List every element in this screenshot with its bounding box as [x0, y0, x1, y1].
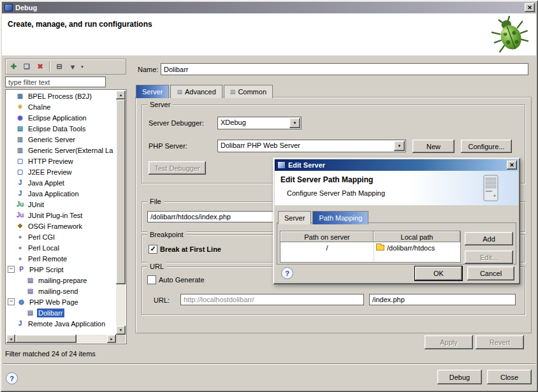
collapse-all-icon[interactable]: ⊟ — [54, 61, 65, 72]
table-row-path[interactable]: / — [280, 242, 374, 253]
new-configuration-icon[interactable]: ✚ — [8, 61, 19, 72]
window-title: Debug — [15, 4, 37, 11]
tree-item-label: Java Application — [27, 189, 80, 198]
tree-item-junit[interactable]: JuJUnit — [6, 199, 116, 210]
filter-icon[interactable]: ▼ — [67, 61, 78, 72]
php-server-combo[interactable]: Dolibarr PHP Web Server ▼ — [217, 140, 406, 152]
filter-input[interactable] — [5, 76, 106, 87]
tree-item-label: OSGi Framework — [27, 222, 84, 231]
remotejava-icon: J — [15, 320, 25, 327]
javaapp-icon: J — [15, 190, 25, 197]
phpfile-icon: ▤ — [25, 277, 35, 284]
chevron-down-icon[interactable]: ▼ — [289, 118, 300, 128]
scroll-left-button[interactable]: ◄ — [6, 335, 15, 343]
configure-server-button[interactable]: Configure... — [461, 140, 512, 153]
delete-configuration-icon[interactable]: ✖ — [34, 61, 46, 72]
configuration-tree: ▦BPEL Process (B2J)✳Chaîne◉Eclipse Appli… — [6, 91, 116, 335]
tab-icon: ▤ — [177, 89, 182, 95]
tree-item-perl-local[interactable]: ●Perl Local — [6, 242, 116, 253]
tree-item-http-preview[interactable]: ▢HTTP Preview — [6, 156, 116, 166]
tree-item-java-applet[interactable]: JJava Applet — [6, 177, 116, 188]
configurations-toolbar: ✚ ❏ ✖ ⊟ ▼ ▼ — [5, 59, 126, 75]
tree-item-php-script[interactable]: −PPHP Script — [6, 264, 116, 275]
tree-item-mailing-prepare[interactable]: ▤mailing-prepare — [6, 275, 116, 286]
auto-generate-checkbox[interactable] — [147, 275, 156, 284]
auto-generate-label: Auto Generate — [159, 276, 205, 284]
break-first-line-checkbox[interactable]: ✓ — [149, 245, 157, 254]
tab-advanced[interactable]: ▤ Advanced — [170, 85, 222, 98]
test-debugger-button[interactable]: Test Debugger — [149, 161, 206, 175]
horizontal-scroll-thumb[interactable] — [15, 335, 76, 343]
vertical-scroll-thumb[interactable] — [116, 99, 126, 284]
table-row-local[interactable]: /dolibarr/htdocs — [374, 242, 460, 253]
dialog-titlebar[interactable]: Edit Server ✕ — [275, 159, 518, 171]
tree-expand-handle[interactable]: − — [8, 298, 15, 305]
url-group-legend: URL — [147, 262, 166, 271]
tree-item-j2ee-preview[interactable]: ▢J2EE Preview — [6, 166, 116, 177]
duplicate-configuration-icon[interactable]: ❏ — [21, 61, 33, 72]
help-icon[interactable]: ? — [6, 372, 18, 384]
tree-item-bpel-process-b2j[interactable]: ▦BPEL Process (B2J) — [6, 91, 116, 101]
apply-button[interactable]: Apply — [425, 335, 473, 349]
tab-server[interactable]: Server — [136, 85, 169, 98]
tree-item-generic-server[interactable]: ▥Generic Server — [6, 134, 116, 145]
scroll-down-button[interactable]: ▼ — [116, 326, 126, 335]
name-input[interactable] — [161, 63, 528, 75]
window-titlebar[interactable]: Debug ✕ — [2, 2, 536, 13]
server-group-legend: Server — [147, 100, 173, 109]
tree-item-generic-server-external-la[interactable]: ▥Generic Server(External La — [6, 145, 116, 156]
scroll-right-button[interactable]: ► — [107, 335, 116, 343]
tree-item-label: PHP Script — [28, 265, 65, 274]
dialog-tab-path-mapping[interactable]: Path Mapping — [312, 211, 368, 224]
new-server-button[interactable]: New — [412, 140, 454, 153]
column-header-local-path[interactable]: Local path — [374, 231, 460, 242]
tree-item-label: Eclipse Application — [27, 113, 88, 122]
column-header-path-on-server[interactable]: Path on server — [280, 231, 374, 242]
tree-item-label: JUnit Plug-in Test — [27, 211, 84, 220]
scrollbar-corner — [116, 335, 126, 343]
close-window-button[interactable]: ✕ — [525, 3, 535, 12]
tree-item-eclipse-data-tools[interactable]: ▤Eclipse Data Tools — [6, 123, 116, 134]
dialog-help-icon[interactable]: ? — [281, 267, 293, 279]
tree-item-cha-ne[interactable]: ✳Chaîne — [6, 101, 116, 112]
tree-item-osgi-framework[interactable]: ❖OSGi Framework — [6, 221, 116, 231]
tree-vertical-scrollbar[interactable]: ▲ ▼ — [116, 91, 126, 335]
dialog-close-button[interactable]: ✕ — [507, 161, 517, 170]
datatools-icon: ▤ — [15, 125, 25, 132]
tree-horizontal-scrollbar[interactable]: ◄ ► — [6, 335, 116, 343]
tree-item-mailing-send[interactable]: ▤mailing-send — [6, 286, 116, 296]
tree-item-php-web-page[interactable]: −◍PHP Web Page — [6, 296, 116, 307]
bpel-icon: ▦ — [15, 92, 25, 99]
close-button[interactable]: Close — [487, 370, 532, 384]
tree-item-label: Perl Local — [27, 243, 61, 252]
tree-item-remote-java-application[interactable]: JRemote Java Application — [6, 318, 116, 329]
tree-item-label: Java Applet — [27, 178, 66, 187]
edit-mapping-button[interactable]: Edit... — [465, 250, 513, 264]
filter-menu-arrow[interactable]: ▼ — [80, 65, 84, 69]
dialog-tab-server[interactable]: Server — [278, 211, 311, 224]
server-icon: ▥ — [15, 136, 25, 143]
tree-item-perl-cgi[interactable]: ●Perl CGI — [6, 231, 116, 242]
tree-item-junit-plug-in-test[interactable]: JuJUnit Plug-in Test — [6, 210, 116, 221]
dialog-icon — [277, 161, 286, 169]
tree-item-dolibarr[interactable]: ▤Dolibarr — [6, 307, 116, 318]
perl-icon: ● — [15, 233, 25, 240]
scroll-up-button[interactable]: ▲ — [116, 91, 126, 99]
tab-common[interactable]: ▤ Common — [224, 85, 273, 98]
debug-button[interactable]: Debug — [437, 370, 482, 384]
url-path-input[interactable] — [369, 294, 516, 305]
tree-item-eclipse-application[interactable]: ◉Eclipse Application — [6, 112, 116, 123]
add-mapping-button[interactable]: Add — [465, 232, 513, 245]
perl-icon: ● — [15, 244, 25, 251]
filter-status: Filter matched 24 of 24 items — [5, 350, 96, 358]
server-debugger-combo[interactable]: XDebug ▼ — [217, 117, 302, 129]
revert-button[interactable]: Revert — [476, 335, 524, 349]
tree-item-perl-remote[interactable]: ●Perl Remote — [6, 253, 116, 264]
cancel-button[interactable]: Cancel — [467, 266, 514, 280]
chevron-down-icon[interactable]: ▼ — [394, 141, 405, 151]
tree-item-label: Generic Server(External La — [27, 146, 114, 155]
applet-icon: J — [15, 179, 25, 186]
ok-button[interactable]: OK — [415, 266, 462, 280]
tree-expand-handle[interactable]: − — [8, 266, 15, 273]
tree-item-java-application[interactable]: JJava Application — [6, 188, 116, 199]
